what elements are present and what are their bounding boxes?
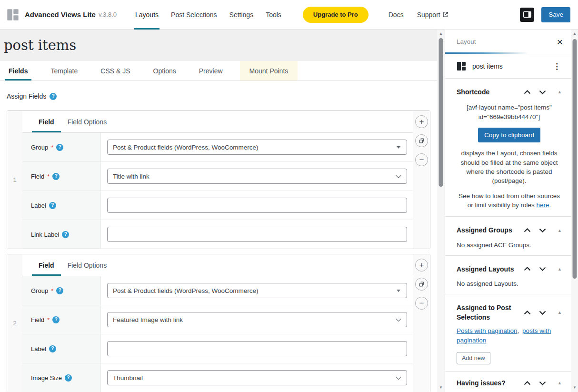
field-row-link-label: Link Label ? [22, 220, 413, 249]
card-tab-field-options[interactable]: Field Options [61, 111, 113, 132]
sidebar-panel-title: Layout [457, 38, 557, 45]
scroll-down-icon[interactable]: ▼ [437, 384, 445, 391]
row-label-text: Group [31, 144, 48, 151]
copy-to-clipboard-button[interactable]: Copy to clipboard [478, 128, 540, 142]
link-label-input[interactable] [107, 227, 407, 242]
card-tab-field-options[interactable]: Field Options [61, 254, 113, 276]
nav-item-settings[interactable]: Settings [229, 0, 255, 30]
move-up-icon[interactable] [523, 310, 532, 316]
tab-mount-points[interactable]: Mount Points [240, 61, 298, 80]
move-down-icon[interactable] [538, 310, 547, 316]
docs-link[interactable]: Docs [389, 11, 404, 19]
help-icon[interactable]: ? [56, 287, 63, 294]
field-select[interactable]: Title with link [107, 169, 407, 184]
nav-item-label: Post Selections [171, 11, 217, 19]
main-scrollbar[interactable]: ▲ ▼ [437, 30, 445, 392]
field-select[interactable]: Featured Image with link [107, 312, 407, 327]
help-icon[interactable]: ? [56, 144, 63, 151]
external-link-icon [442, 11, 448, 18]
main-scrollbar-thumb[interactable] [439, 38, 443, 187]
docs-link-label: Docs [389, 11, 404, 19]
period: . [549, 201, 551, 209]
move-down-icon[interactable] [538, 89, 547, 95]
main-content: Assign Fields ? 1 Field Field Options [0, 81, 437, 392]
move-down-icon[interactable] [538, 380, 547, 386]
tab-template[interactable]: Template [49, 61, 80, 80]
scroll-up-icon[interactable]: ▲ [437, 30, 445, 37]
move-up-icon[interactable] [523, 380, 532, 386]
assigned-layouts-empty-text: No assigned Layouts. [457, 280, 562, 287]
collapse-icon[interactable]: ▲ [558, 381, 562, 385]
remove-field-button[interactable]: − [415, 297, 428, 310]
section-controls: ▲ [523, 266, 562, 272]
section-header: Assigned Groups ▲ [457, 225, 562, 235]
add-field-button[interactable]: + [415, 115, 428, 128]
move-down-icon[interactable] [538, 266, 547, 272]
kebab-menu-icon[interactable]: ⋮ [551, 61, 563, 71]
remove-field-button[interactable]: − [415, 153, 428, 166]
collapse-icon[interactable]: ▲ [558, 90, 562, 94]
help-icon[interactable]: ? [52, 316, 60, 323]
top-nav: Layouts Post Selections Settings Tools [129, 0, 288, 30]
tab-label: Options [153, 67, 176, 75]
collapse-icon[interactable]: ▲ [558, 228, 562, 233]
move-up-icon[interactable] [523, 227, 532, 233]
move-up-icon[interactable] [523, 89, 532, 95]
scroll-down-icon[interactable]: ▼ [571, 384, 578, 391]
nav-item-label: Settings [229, 11, 254, 19]
group-select[interactable]: Post & Product fields (WordPress, WooCom… [107, 140, 407, 155]
collapse-icon[interactable]: ▲ [558, 267, 562, 271]
add-field-button[interactable]: + [415, 259, 428, 271]
move-up-icon[interactable] [523, 266, 532, 272]
group-select[interactable]: Post & Product fields (WordPress, WooCom… [107, 283, 407, 298]
help-icon[interactable]: ? [50, 93, 57, 100]
sidebar-scrollbar[interactable]: ▲ ▼ [571, 30, 578, 392]
upgrade-to-pro-button[interactable]: Upgrade to Pro [303, 7, 369, 23]
nav-item-tools[interactable]: Tools [265, 0, 282, 30]
card-tab-field[interactable]: Field [32, 254, 61, 276]
scroll-up-icon[interactable]: ▲ [571, 30, 578, 37]
card-tab-label: Field Options [68, 261, 107, 269]
help-icon[interactable]: ? [65, 374, 72, 382]
tab-preview[interactable]: Preview [197, 61, 225, 80]
row-field: Post & Product fields (WordPress, WooCom… [101, 276, 413, 305]
help-icon[interactable]: ? [52, 173, 60, 180]
tab-options[interactable]: Options [151, 61, 178, 80]
layout-sidebar: Layout × post items ⋮ Shortcode [445, 30, 571, 392]
layout-item-title: post items [472, 62, 545, 70]
post-selection-links: Posts with pagination, posts with pagina… [457, 326, 562, 346]
close-icon[interactable]: × [557, 37, 563, 47]
row-label-text: Field [31, 316, 44, 323]
post-selection-link[interactable]: Posts with pagination [457, 327, 518, 334]
field-select-value: Title with link [113, 173, 149, 180]
nav-item-layouts[interactable]: Layouts [134, 0, 159, 30]
row-label: Field * ? [22, 305, 101, 334]
sidebar-scrollbar-thumb[interactable] [573, 39, 577, 279]
save-button[interactable]: Save [541, 7, 570, 22]
sidebar-toggle-button[interactable] [520, 8, 534, 22]
field-select-value: Featured Image with link [113, 316, 183, 323]
label-input[interactable] [107, 341, 407, 356]
image-size-select[interactable]: Thumbnail [107, 370, 407, 385]
duplicate-field-button[interactable] [415, 134, 428, 147]
label-input[interactable] [107, 198, 407, 213]
nav-item-post-selections[interactable]: Post Selections [170, 0, 218, 30]
help-icon[interactable]: ? [49, 345, 56, 352]
help-icon[interactable]: ? [62, 231, 69, 238]
assigned-groups-empty-text: No assigned ACF Groups. [457, 241, 562, 249]
tab-fields[interactable]: Fields [7, 61, 30, 80]
section-controls: ▲ [523, 380, 562, 386]
here-link[interactable]: here [536, 201, 549, 209]
row-label: Group * ? [22, 133, 101, 161]
sidebar-header: Layout × [445, 30, 571, 54]
add-new-button[interactable]: Add new [457, 352, 490, 364]
collapse-icon[interactable]: ▲ [558, 310, 562, 315]
help-icon[interactable]: ? [49, 202, 56, 209]
row-field: Title with link [101, 162, 413, 191]
support-link[interactable]: Support [417, 11, 448, 19]
tab-css-js[interactable]: CSS & JS [99, 61, 132, 80]
image-size-select-value: Thumbnail [113, 374, 143, 382]
card-tab-field[interactable]: Field [32, 111, 61, 132]
duplicate-field-button[interactable] [415, 278, 428, 291]
move-down-icon[interactable] [538, 227, 547, 233]
